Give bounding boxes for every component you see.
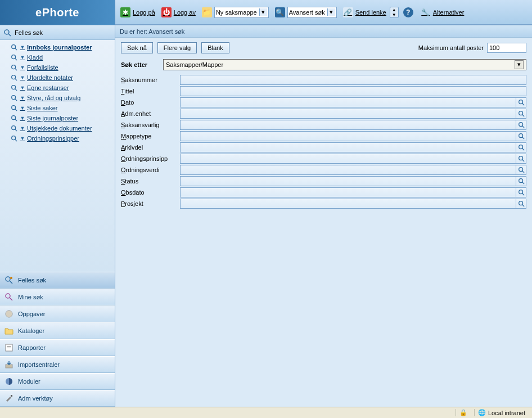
magnifier-icon	[10, 94, 18, 102]
chevron-down-icon: ▼	[20, 85, 25, 91]
tree-item[interactable]: ▼Ufordelte notater	[3, 73, 115, 83]
updown-button[interactable]: ▲ ▼	[390, 7, 399, 18]
tree-item[interactable]: ▼Innboks journalposter	[3, 42, 115, 52]
logoff-button[interactable]: ⏻ Logg av	[159, 6, 199, 19]
sidebar-nav-item[interactable]: Adm verktøy	[0, 390, 115, 407]
field-input[interactable]	[181, 154, 516, 163]
sidebar-nav-item[interactable]: Mine søk	[0, 289, 115, 305]
tree-item-label: Utsjekkede dokumenter	[27, 125, 92, 132]
action-bar: Søk nå Flere valg Blank Maksimum antall …	[115, 38, 532, 56]
svg-point-12	[12, 96, 16, 100]
more-options-button[interactable]: Flere valg	[157, 42, 197, 53]
svg-point-36	[519, 111, 522, 115]
new-case-value: Ny saksmappe	[216, 9, 257, 16]
tree-item[interactable]: ▼Siste saker	[3, 103, 115, 113]
field-input-wrap	[180, 120, 526, 130]
blank-button[interactable]: Blank	[201, 42, 229, 53]
tree-item[interactable]: ▼Siste journalposter	[3, 113, 115, 123]
lookup-icon[interactable]	[516, 177, 526, 186]
sidebar-nav-item[interactable]: Moduler	[0, 373, 115, 390]
magnifier-icon	[10, 114, 18, 122]
tree-item-label: Siste saker	[27, 105, 57, 111]
search-icon: 🔍	[275, 7, 285, 17]
svg-point-40	[519, 134, 522, 138]
send-link-button[interactable]: 🔗 Send lenke	[340, 6, 389, 19]
field-label: Tittel	[121, 88, 180, 95]
tree-item[interactable]: ▼Styre, råd og utvalg	[3, 93, 115, 103]
tree-item[interactable]: ▼Kladd	[3, 52, 115, 62]
lookup-icon[interactable]	[516, 109, 526, 118]
folder-icon: 📁	[202, 7, 212, 17]
svg-point-10	[12, 86, 16, 89]
tree-item-label: Ordningsprinsipper	[27, 135, 79, 142]
field-input[interactable]	[181, 120, 516, 129]
help-button[interactable]: ?	[403, 7, 413, 17]
lookup-icon[interactable]	[516, 120, 526, 129]
sidebar-nav-item[interactable]: Importsentraler	[0, 356, 115, 373]
zone-label: Local intranet	[488, 410, 525, 416]
lookup-icon[interactable]	[516, 98, 526, 107]
lookup-icon[interactable]	[516, 154, 526, 163]
max-posts-label: Maksimum antall poster	[418, 44, 484, 51]
lookup-icon[interactable]	[516, 199, 526, 208]
field-input[interactable]	[181, 165, 516, 174]
field-input[interactable]	[181, 87, 526, 96]
alternatives-button[interactable]: 🔧 Alternativer	[418, 6, 467, 19]
form-row: Mappetype	[121, 131, 526, 141]
form-row: Adm.enhet	[121, 109, 526, 119]
field-input[interactable]	[181, 188, 516, 197]
sidebar-nav-item[interactable]: Oppgaver	[0, 305, 115, 322]
search-icon	[3, 29, 11, 37]
field-input[interactable]	[181, 75, 526, 84]
svg-line-15	[15, 109, 17, 111]
sidebar-nav-item[interactable]: Felles søk	[0, 272, 115, 289]
sidebar-nav-item[interactable]: Rapporter	[0, 339, 115, 356]
form-row: Saksansvarlig	[121, 120, 526, 130]
field-input[interactable]	[181, 199, 516, 208]
globe-icon: 🌐	[478, 409, 486, 416]
svg-rect-30	[7, 348, 11, 348]
admin-icon	[4, 394, 13, 403]
tree-item[interactable]: ▼Utsjekkede dokumenter	[3, 123, 115, 133]
form-row: Obsdato	[121, 187, 526, 197]
search-for-select[interactable]: Saksmapper/Mapper ▾	[163, 59, 526, 70]
max-posts-input[interactable]	[487, 43, 526, 53]
dropdown-icon: ▾	[327, 8, 335, 16]
field-input[interactable]	[181, 177, 516, 186]
magnifier-icon	[10, 74, 18, 82]
tree-item-label: Forfallsliste	[27, 64, 58, 71]
svg-point-18	[12, 126, 16, 130]
field-input[interactable]	[181, 109, 516, 118]
tree-item[interactable]: ▼Ordningsprinsipper	[3, 133, 115, 143]
field-label: Arkivdel	[121, 144, 180, 151]
field-input[interactable]	[181, 98, 516, 107]
svg-line-53	[522, 205, 524, 206]
chevron-down-icon: ▼	[20, 55, 25, 60]
svg-point-6	[12, 65, 16, 69]
new-case-button[interactable]: 📁 Ny saksmappe ▾	[199, 5, 272, 20]
lookup-icon[interactable]	[516, 188, 526, 197]
search-for-value: Saksmapper/Mapper	[166, 61, 223, 68]
chevron-down-icon: ▼	[20, 65, 25, 70]
lookup-icon[interactable]	[516, 165, 526, 174]
field-input[interactable]	[181, 143, 516, 152]
sidebar-nav-item[interactable]: Kataloger	[0, 322, 115, 339]
field-input[interactable]	[181, 132, 516, 141]
lookup-icon[interactable]	[516, 132, 526, 141]
sidebar-header: Felles søk	[0, 25, 115, 40]
tree-item[interactable]: ▼Forfallsliste	[3, 62, 115, 73]
new-case-select[interactable]: Ny saksmappe ▾	[214, 7, 269, 18]
chevron-down-icon: ▼	[20, 115, 25, 121]
svg-line-39	[522, 126, 524, 128]
lookup-icon[interactable]	[516, 143, 526, 152]
link-icon: 🔗	[343, 7, 353, 17]
tree-item[interactable]: ▼Egne restanser	[3, 83, 115, 93]
svg-rect-29	[7, 346, 11, 347]
svg-line-47	[522, 171, 524, 173]
adv-search-button[interactable]: 🔍 Avansert søk ▾	[272, 5, 340, 20]
search-now-button[interactable]: Søk nå	[121, 42, 153, 53]
logon-button[interactable]: ✱ Logg på	[118, 6, 158, 19]
svg-point-48	[519, 179, 522, 183]
tree-item-label: Siste journalposter	[27, 115, 78, 122]
adv-search-select[interactable]: Avansert søk ▾	[287, 7, 337, 18]
